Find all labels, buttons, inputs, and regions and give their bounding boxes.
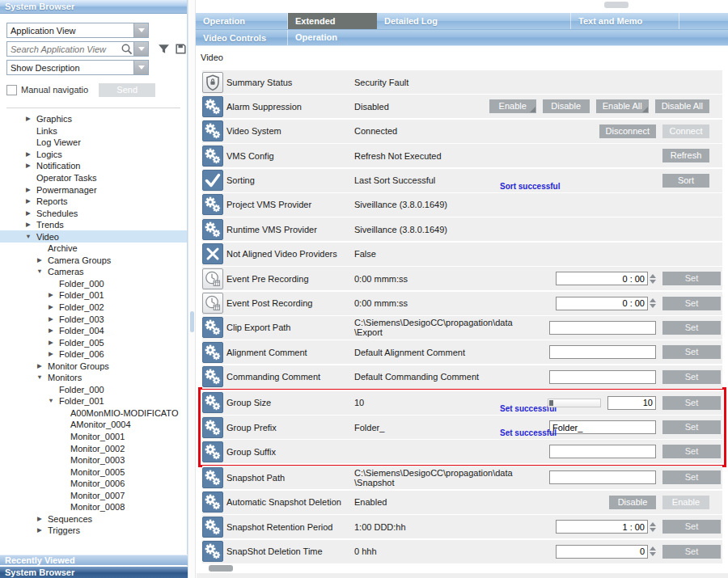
tree-expanded-icon[interactable]: ▼ — [35, 266, 44, 277]
disconnect-button[interactable]: Disconnect — [599, 124, 656, 138]
tree-expanded-icon[interactable]: ▼ — [35, 372, 44, 383]
enable-button[interactable]: Enable — [489, 99, 536, 113]
clip-export-path-input[interactable] — [549, 321, 656, 335]
alignment-comment-input[interactable] — [549, 345, 656, 359]
set-button[interactable]: Set — [662, 272, 721, 285]
tree-item-monitor-groups[interactable]: ▶Monitor Groups — [0, 360, 187, 372]
spin-down-icon[interactable] — [650, 528, 656, 532]
tab-extended-operation[interactable]: Extended Operation — [288, 13, 377, 29]
tree-item-notification[interactable]: ▶Notification — [0, 160, 187, 172]
spin-down-icon[interactable] — [650, 552, 656, 556]
tree-item-triggers[interactable]: ▶Triggers — [0, 525, 187, 537]
tree-collapsed-icon[interactable]: ▶ — [23, 149, 33, 160]
tree-collapsed-icon[interactable]: ▶ — [35, 513, 44, 525]
save-icon[interactable] — [175, 43, 187, 55]
tree-item-camera-groups[interactable]: ▶Camera Groups — [0, 255, 187, 267]
spinner-arrows[interactable] — [650, 546, 656, 556]
commanding-comment-input[interactable] — [549, 370, 656, 384]
tab-detailed-log[interactable]: Detailed Log — [377, 13, 571, 29]
set-button[interactable]: Set — [662, 297, 721, 310]
tree-item-links[interactable]: Links — [0, 125, 187, 137]
search-dropdown-icon[interactable] — [133, 42, 148, 56]
tree-item-video[interactable]: ▼Video — [0, 230, 187, 243]
tree-collapsed-icon[interactable]: ▶ — [46, 314, 56, 325]
tree-collapsed-icon[interactable]: ▶ — [23, 196, 33, 207]
tree-collapsed-icon[interactable]: ▶ — [35, 525, 44, 536]
tree-item-archive[interactable]: Archive — [0, 243, 187, 255]
tree-item-reports[interactable]: ▶Reports — [0, 196, 187, 208]
tree-item-sequences[interactable]: ▶Sequences — [0, 513, 187, 525]
event-pre-recording-input[interactable] — [556, 272, 648, 285]
scrollbar-thumb[interactable] — [604, 2, 629, 8]
tree-item-monitor-0007[interactable]: Monitor_0007 — [0, 490, 187, 502]
tree-item-monitor-0006[interactable]: Monitor_0006 — [0, 478, 187, 490]
tree-item-folder-000[interactable]: Folder_000 — [0, 278, 187, 290]
group-prefix-input[interactable] — [549, 420, 656, 434]
description-mode-dropdown[interactable]: Show Description — [6, 60, 149, 75]
chevron-down-icon[interactable] — [133, 23, 148, 37]
filter-icon[interactable] — [158, 43, 170, 55]
recently-viewed-bar[interactable]: Recently Viewed — [0, 555, 188, 565]
set-button[interactable]: Set — [662, 396, 721, 410]
group-suffix-input[interactable] — [549, 445, 656, 458]
tree-item-logics[interactable]: ▶Logics — [0, 149, 187, 161]
chevron-down-icon[interactable] — [133, 61, 148, 74]
tree-item-amonitor-0004[interactable]: AMonitor_0004 — [0, 419, 187, 431]
tree-item-folder-002[interactable]: ▶Folder_002 — [0, 302, 187, 314]
snapshot-retention-period-input[interactable] — [556, 520, 648, 534]
set-button[interactable]: Set — [662, 520, 721, 534]
manual-navigation-checkbox[interactable] — [6, 85, 17, 95]
spinner-arrows[interactable] — [650, 298, 656, 308]
tree-item-schedules[interactable]: ▶Schedules — [0, 207, 187, 219]
spin-up-icon[interactable] — [650, 274, 656, 278]
tree-item-folder-006[interactable]: ▶Folder_006 — [0, 348, 187, 361]
tree-collapsed-icon[interactable]: ▶ — [35, 255, 44, 266]
search-icon[interactable] — [121, 43, 133, 56]
tree-item-a00monmio-modificato[interactable]: A00MonMIO-MODIFICATO — [0, 407, 187, 420]
sort-button[interactable]: Sort — [662, 174, 709, 188]
tree-item-log-viewer[interactable]: Log Viewer — [0, 137, 187, 149]
panel-splitter[interactable] — [188, 0, 196, 578]
tree-item-monitor-0003[interactable]: Monitor_0003 — [0, 454, 187, 466]
tree-item-graphics[interactable]: ▶Graphics — [0, 113, 187, 125]
tree-collapsed-icon[interactable]: ▶ — [23, 208, 33, 219]
tree-item-folder-003[interactable]: ▶Folder_003 — [0, 313, 187, 325]
set-button[interactable]: Set — [662, 470, 721, 484]
tree-collapsed-icon[interactable]: ▶ — [46, 302, 56, 313]
tree-item-trends[interactable]: ▶Trends — [0, 219, 187, 231]
set-button[interactable]: Set — [662, 321, 721, 335]
tree-collapsed-icon[interactable]: ▶ — [46, 337, 56, 348]
set-button[interactable]: Set — [662, 545, 721, 559]
send-button[interactable]: Send — [99, 83, 155, 97]
spin-up-icon[interactable] — [650, 546, 656, 551]
slider-handle[interactable] — [549, 400, 553, 406]
tree-collapsed-icon[interactable]: ▶ — [23, 219, 33, 230]
tree-item-monitor-0008[interactable]: Monitor_0008 — [0, 501, 187, 513]
tree-item-folder-005[interactable]: ▶Folder_005 — [0, 336, 187, 348]
tree-item-folder-001[interactable]: ▶Folder_001 — [0, 289, 187, 302]
disable-button[interactable]: Disable — [609, 496, 656, 509]
tab-operation[interactable]: Operation — [196, 13, 288, 29]
enable-button[interactable]: Enable — [662, 496, 709, 509]
enable-all-button[interactable]: Enable All — [596, 99, 649, 113]
disable-button[interactable]: Disable — [543, 99, 590, 113]
search-input[interactable] — [7, 44, 121, 54]
tree-collapsed-icon[interactable]: ▶ — [46, 289, 56, 301]
tree-item-folder-000[interactable]: Folder_000 — [0, 384, 187, 396]
tree-item-monitor-0005[interactable]: Monitor_0005 — [0, 466, 187, 478]
tree-item-cameras[interactable]: ▼Cameras — [0, 266, 187, 278]
tree-collapsed-icon[interactable]: ▶ — [35, 361, 44, 372]
tree-collapsed-icon[interactable]: ▶ — [46, 348, 56, 360]
tree-item-folder-004[interactable]: ▶Folder_004 — [0, 325, 187, 337]
snapshot-deletion-time-input[interactable] — [556, 545, 648, 559]
refresh-button[interactable]: Refresh — [662, 149, 709, 162]
connect-button[interactable]: Connect — [662, 124, 709, 138]
tree-expanded-icon[interactable]: ▼ — [23, 231, 33, 243]
horizontal-scrollbar-thumb[interactable] — [209, 565, 233, 572]
set-button[interactable]: Set — [662, 345, 721, 359]
spin-up-icon[interactable] — [650, 298, 656, 302]
tree-item-monitors[interactable]: ▼Monitors — [0, 372, 187, 384]
set-button[interactable]: Set — [662, 420, 721, 434]
tree-expanded-icon[interactable]: ▼ — [46, 395, 56, 407]
snapshot-path-input[interactable] — [549, 470, 656, 484]
